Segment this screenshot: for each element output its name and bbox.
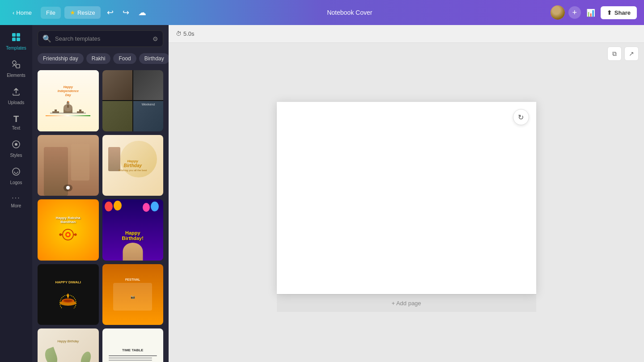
avatar-image [551,5,565,20]
collage-cell [102,101,132,131]
header: ‹ Home File ★ Resize ↩ ↪ ☁ Notebook Cove… [0,0,644,25]
add-page-bar[interactable]: + Add page [277,294,536,312]
sidebar-item-uploads[interactable]: Uploads [3,83,30,109]
svg-rect-13 [55,109,57,111]
template-card[interactable]: Happy Birthday Wishing you all the best [102,135,164,196]
template-card[interactable] [38,135,99,196]
collage-cell: Weekend [133,101,163,131]
more-label: More [11,203,21,208]
text-label: Text [12,126,20,130]
styles-label: Styles [10,153,22,158]
template-card[interactable]: HAPPY DIWALI [38,264,99,325]
avatar[interactable] [551,5,565,20]
canvas-area: ⏱ 5.0s ⧉ ↗ ↻ + Add page [169,25,644,362]
bday-gold-inner: Happy Birthday Wishing you all the best [102,135,164,196]
canvas-document [277,102,536,294]
share-label: Share [614,9,631,16]
svg-rect-18 [68,101,68,103]
header-center: Notebook Cover [153,9,547,16]
search-icon: 🔍 [42,34,51,43]
collage-cell [133,70,163,100]
file-button[interactable]: File [41,7,61,19]
timer-value: 5.0s [183,30,195,37]
header-right: + 📊 ⬆ Share [551,5,637,20]
svg-rect-2 [12,38,16,41]
resize-label: Resize [77,9,95,16]
analytics-icon[interactable]: 📊 [585,7,597,19]
canvas-toolbar: ⏱ 5.0s [169,25,644,43]
templates-grid-2col: HappyIndependenceDay [38,70,163,362]
refresh-button[interactable]: ↻ [513,109,529,125]
sidebar-item-logos[interactable]: Logos [3,163,30,189]
svg-rect-0 [12,33,16,37]
search-bar: 🔍 ⚙ [38,30,163,47]
diwali-inner: HAPPY DIWALI [38,264,99,325]
add-collaborator-button[interactable]: + [568,6,581,19]
filter-icon[interactable]: ⚙ [153,35,158,42]
cloud-button[interactable]: ☁ [136,5,149,20]
rakhi-inner: Happy RakshaBandhan [38,199,99,261]
svg-rect-1 [17,33,20,37]
document-title: Notebook Cover [327,9,372,16]
svg-rect-11 [52,111,59,113]
template-card[interactable]: Happy Birthday! [102,199,164,261]
uploads-label: Uploads [8,100,25,105]
timetable-lines: TIME TABLE [105,345,161,362]
star-icon: ★ [70,9,76,16]
template-card[interactable]: Weekend [102,70,164,131]
search-input[interactable] [55,35,149,42]
svg-point-22 [67,233,69,236]
templates-grid: HappyIndependenceDay [32,67,169,362]
template-card[interactable]: Happy Birthday [38,328,99,362]
tag-friendship-day[interactable]: Friendship day [38,53,84,64]
templates-label: Templates [6,46,26,51]
text-icon: T [13,114,19,124]
tag-birthday[interactable]: Birthday [139,53,169,64]
elements-icon [11,59,21,72]
collage-cell [102,70,132,100]
tag-food[interactable]: Food [113,53,136,64]
sidebar-item-templates[interactable]: Templates [3,29,30,54]
home-label: Home [16,9,32,16]
share-button[interactable]: ⬆ Share [601,6,637,19]
chevron-left-icon: ‹ [13,9,14,16]
file-label: File [46,9,55,16]
festival-inner: FESTIVAL 📸 [102,264,164,325]
undo-button[interactable]: ↩ [104,5,116,20]
uploads-icon [11,87,21,99]
templates-icon [11,32,21,44]
svg-rect-12 [77,111,84,113]
resize-button[interactable]: ★ Resize [64,6,101,19]
template-card[interactable]: HappyIndependenceDay [38,70,99,131]
sidebar-item-more[interactable]: ··· More [3,190,30,212]
logos-icon [11,167,21,179]
tag-rakhi[interactable]: Rakhi [86,53,111,64]
sidebar-item-styles[interactable]: Styles [3,136,30,161]
redo-button[interactable]: ↪ [120,5,132,20]
sidebar-item-elements[interactable]: Elements [3,56,30,81]
svg-rect-5 [16,64,20,68]
clock-icon: ⏱ [176,30,182,37]
sidebar-icons: Templates Elements Uploads T [0,25,32,362]
sidebar-item-text[interactable]: T Text [3,110,30,134]
hb-balloons-inner: Happy Birthday! [102,199,164,261]
main-layout: Templates Elements Uploads T [0,25,644,362]
more-icon: ··· [12,194,20,202]
bday-flowers-inner: Happy Birthday [38,328,99,362]
collage-grid: Weekend [102,70,164,131]
svg-rect-14 [79,109,81,111]
timer-badge: ⏱ 5.0s [176,30,195,37]
timetable-inner: TIME TABLE [102,328,164,362]
templates-search: 🔍 ⚙ [32,25,169,51]
add-page-label: + Add page [391,300,421,307]
template-card[interactable]: Happy RakshaBandhan [38,199,99,261]
elements-label: Elements [7,73,25,78]
canvas-scroll[interactable]: ↻ + Add page [169,43,644,362]
share-icon: ⬆ [607,9,612,16]
template-card[interactable]: FESTIVAL 📸 [102,264,164,325]
svg-point-7 [15,143,17,146]
template-card[interactable]: TIME TABLE [102,328,164,362]
styles-icon [11,139,21,152]
home-button[interactable]: ‹ Home [7,7,37,19]
tags-row: Friendship day Rakhi Food Birthday › [32,51,169,67]
